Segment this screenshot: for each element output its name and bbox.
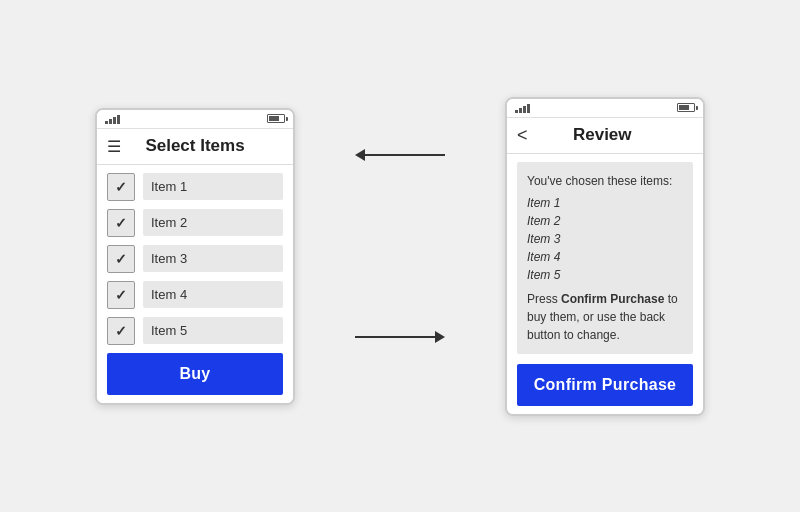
menu-icon[interactable]: ☰ [107, 137, 121, 156]
review-panel: You've chosen these items: Item 1 Item 2… [517, 162, 693, 354]
arrow-forward [355, 331, 445, 343]
right-title: Review [534, 125, 671, 145]
list-item[interactable]: ✓ Item 3 [107, 245, 283, 273]
arrow-shaft-top [365, 154, 445, 156]
item-label-4: Item 4 [143, 281, 283, 308]
left-phone: ☰ Select Items ✓ Item 1 ✓ Item 2 ✓ [95, 108, 295, 405]
checkmark-2: ✓ [115, 215, 127, 231]
arrow-shaft-bottom [355, 336, 435, 338]
list-item[interactable]: ✓ Item 5 [107, 317, 283, 345]
checkmark-3: ✓ [115, 251, 127, 267]
review-cta: Press Confirm Purchase to buy them, or u… [527, 290, 683, 344]
arrowhead-right [435, 331, 445, 343]
checkbox-5[interactable]: ✓ [107, 317, 135, 345]
checkmark-1: ✓ [115, 179, 127, 195]
item-label-2: Item 2 [143, 209, 283, 236]
status-bar-left [97, 110, 293, 129]
right-phone: < Review You've chosen these items: Item… [505, 97, 705, 416]
checkbox-2[interactable]: ✓ [107, 209, 135, 237]
review-item-1: Item 1 [527, 194, 683, 212]
review-intro: You've chosen these items: [527, 172, 683, 190]
item-label-1: Item 1 [143, 173, 283, 200]
battery-icon-right [677, 103, 695, 112]
review-item-2: Item 2 [527, 212, 683, 230]
review-item-3: Item 3 [527, 230, 683, 248]
left-body: ✓ Item 1 ✓ Item 2 ✓ Item 3 ✓ I [97, 165, 293, 403]
arrows-container [355, 149, 445, 343]
item-label-3: Item 3 [143, 245, 283, 272]
item-label-5: Item 5 [143, 317, 283, 344]
list-item[interactable]: ✓ Item 1 [107, 173, 283, 201]
checkmark-5: ✓ [115, 323, 127, 339]
confirm-purchase-highlight: Confirm Purchase [561, 292, 664, 306]
back-button[interactable]: < [517, 125, 528, 146]
review-item-4: Item 4 [527, 248, 683, 266]
signal-icon-left [105, 114, 120, 124]
arrowhead-left [355, 149, 365, 161]
checkmark-4: ✓ [115, 287, 127, 303]
list-item[interactable]: ✓ Item 2 [107, 209, 283, 237]
list-item[interactable]: ✓ Item 4 [107, 281, 283, 309]
status-bar-right [507, 99, 703, 118]
buy-button[interactable]: Buy [107, 353, 283, 395]
checkbox-1[interactable]: ✓ [107, 173, 135, 201]
battery-icon-left [267, 114, 285, 123]
scene: ☰ Select Items ✓ Item 1 ✓ Item 2 ✓ [95, 97, 705, 416]
signal-icon-right [515, 103, 530, 113]
right-body: You've chosen these items: Item 1 Item 2… [507, 154, 703, 414]
arrow-backward [355, 149, 445, 161]
right-header: < Review [507, 118, 703, 154]
checkbox-4[interactable]: ✓ [107, 281, 135, 309]
left-title: Select Items [129, 136, 261, 156]
review-item-5: Item 5 [527, 266, 683, 284]
confirm-purchase-button[interactable]: Confirm Purchase [517, 364, 693, 406]
checkbox-3[interactable]: ✓ [107, 245, 135, 273]
left-header: ☰ Select Items [97, 129, 293, 165]
